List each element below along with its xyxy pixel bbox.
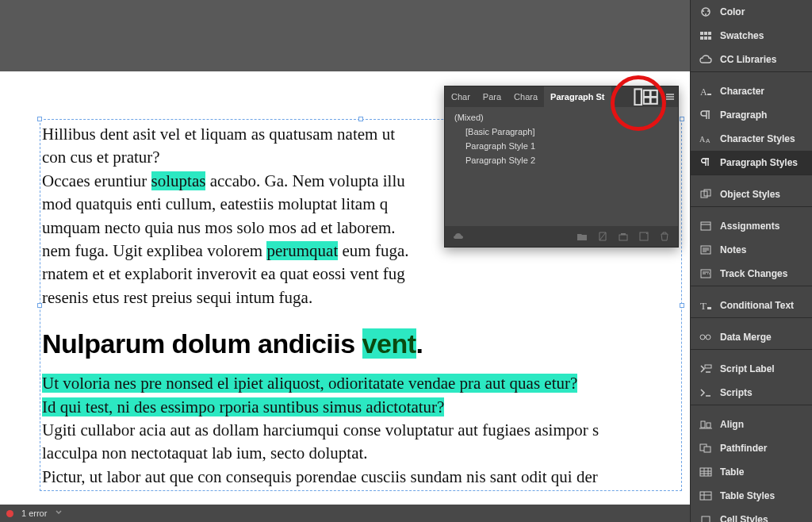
table-styles-icon [699, 490, 713, 501]
panel-tab-label: CC Libraries [720, 54, 776, 65]
character-icon: A [699, 86, 713, 97]
svg-point-7 [707, 10, 709, 12]
panel-tab-character-styles[interactable]: AACharacter Styles [691, 127, 812, 151]
svg-rect-32 [704, 447, 710, 452]
svg-rect-12 [700, 36, 703, 40]
folder-icon[interactable] [576, 231, 588, 242]
body-paragraph[interactable]: Ut voloria nes pre nonsed el ipiet aliqu… [42, 372, 680, 489]
svg-text:A: A [706, 137, 710, 144]
panel-tab-notes[interactable]: Notes [691, 238, 812, 262]
panel-tab-table-styles[interactable]: Table Styles [691, 484, 812, 508]
svg-point-26 [700, 335, 705, 340]
tab-paragraph-styles[interactable]: Paragraph St [544, 86, 611, 107]
svg-text:T: T [700, 300, 707, 311]
panel-tab-scripts[interactable]: Scripts [691, 381, 812, 405]
svg-rect-3 [621, 233, 626, 235]
new-group-icon[interactable] [618, 231, 629, 242]
cc-libraries-icon [699, 54, 713, 65]
svg-rect-28 [705, 365, 711, 368]
panel-tab-label: Conditional Text [720, 300, 794, 311]
highlight-span: perumquat [266, 241, 338, 260]
new-style-icon-small[interactable] [638, 231, 649, 242]
panel-tab-assignments[interactable]: Assignments [691, 214, 812, 238]
panel-tab-script-label[interactable]: Script Label [691, 357, 812, 381]
panel-tab-label: Data Merge [720, 332, 772, 343]
clear-overrides-icon[interactable] [597, 231, 608, 242]
highlight-line: Ut voloria nes pre nonsed el ipiet aliqu… [42, 374, 577, 393]
panel-tab-paragraph-styles[interactable]: Paragraph Styles [691, 151, 812, 175]
panel-dock: ColorSwatchesCC LibrariesACharacterParag… [690, 0, 812, 522]
panel-footer [445, 226, 678, 247]
panel-tab-label: Paragraph [720, 109, 767, 121]
style-item-basic[interactable]: [Basic Paragraph] [445, 125, 678, 139]
script-label-icon [699, 363, 713, 374]
panel-menu-icon[interactable] [665, 92, 675, 102]
svg-rect-14 [708, 36, 711, 40]
panel-tab-align[interactable]: Align [691, 413, 812, 436]
track-changes-icon [699, 268, 713, 279]
panel-tab-paragraph[interactable]: Paragraph [691, 103, 812, 127]
pathfinder-icon [699, 443, 713, 454]
panel-tab-label: Character Styles [720, 133, 795, 144]
panel-tab-label: Table Styles [720, 490, 775, 501]
heading[interactable]: Nulparum dolum andiciis vent. [42, 328, 680, 359]
svg-rect-10 [704, 32, 707, 35]
panel-tab-cc-libraries[interactable]: CC Libraries [691, 48, 812, 71]
highlight-span: soluptas [151, 171, 206, 190]
styles-list: (Mixed) [Basic Paragraph] Paragraph Styl… [445, 107, 678, 226]
panel-tab-track-changes[interactable]: Track Changes [691, 262, 812, 286]
svg-rect-9 [700, 32, 703, 35]
data-merge-icon [699, 332, 713, 343]
notes-icon [699, 244, 713, 255]
svg-rect-0 [634, 89, 641, 105]
svg-rect-11 [708, 32, 711, 35]
style-item-1[interactable]: Paragraph Style 1 [445, 139, 678, 153]
new-style-button[interactable] [634, 89, 661, 105]
panel-tab-label: Swatches [720, 30, 764, 41]
new-style-icon [634, 88, 661, 106]
preflight-menu-chevron-icon[interactable] [55, 509, 63, 518]
panel-tab-table[interactable]: Table [691, 460, 812, 484]
color-icon [699, 6, 713, 17]
preflight-error-count[interactable]: 1 error [21, 509, 47, 518]
assignments-icon [699, 221, 713, 232]
character-styles-icon: AA [699, 133, 713, 144]
tab-character-styles[interactable]: Chara [508, 86, 544, 107]
paragraph-styles-icon [699, 157, 713, 168]
panel-tab-cell-styles[interactable]: Cell Styles [691, 508, 812, 522]
panel-tab-swatches[interactable]: Swatches [691, 24, 812, 48]
paragraph-styles-panel[interactable]: Char Para Chara Paragraph St (Mixed) [Ba… [444, 86, 679, 248]
delete-icon[interactable] [659, 231, 670, 242]
panel-tab-label: Track Changes [720, 268, 787, 279]
svg-rect-16 [707, 94, 711, 95]
svg-rect-30 [707, 423, 710, 428]
panel-tab-color[interactable]: Color [691, 0, 812, 24]
panel-tab-label: Object Styles [720, 189, 780, 200]
highlight-heading-word: vent [362, 328, 416, 359]
conditional-text-icon: T [699, 300, 713, 311]
style-item-2[interactable]: Paragraph Style 2 [445, 153, 678, 167]
tab-paragraph[interactable]: Para [477, 86, 508, 107]
preflight-error-icon[interactable] [6, 510, 13, 517]
highlight-line: Id qui test, ni des essimpo rporia sunti… [42, 397, 444, 416]
panel-tab-pathfinder[interactable]: Pathfinder [691, 436, 812, 460]
svg-text:A: A [699, 135, 706, 144]
panel-tab-data-merge[interactable]: Data Merge [691, 325, 812, 349]
scripts-icon [699, 387, 713, 398]
panel-tab-conditional-text[interactable]: TConditional Text [691, 294, 812, 317]
panel-tab-label: Paragraph Styles [720, 157, 798, 168]
tab-character[interactable]: Char [445, 86, 477, 107]
panel-tab-character[interactable]: ACharacter [691, 79, 812, 103]
object-styles-icon [699, 189, 713, 200]
swatches-icon [699, 30, 713, 41]
panel-tab-label: Character [720, 86, 764, 97]
table-icon [699, 466, 713, 478]
svg-point-6 [703, 10, 704, 12]
cc-libraries-icon[interactable] [453, 231, 464, 242]
panel-tab-object-styles[interactable]: Object Styles [691, 182, 812, 206]
svg-rect-25 [707, 307, 711, 309]
panel-tab-label: Pathfinder [720, 443, 767, 454]
svg-rect-34 [700, 492, 711, 500]
svg-rect-2 [619, 235, 627, 240]
cell-styles-icon [699, 514, 713, 522]
